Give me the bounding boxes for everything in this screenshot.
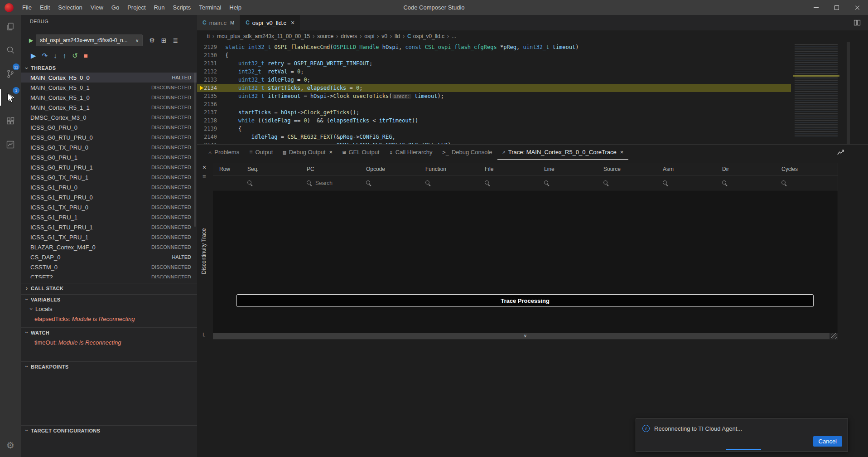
trace-column-seq[interactable]: Seq. xyxy=(241,166,300,172)
trace-filter-opcode[interactable] xyxy=(360,180,419,186)
thread-row-icss-g0-pru-1[interactable]: ICSS_G0_PRU_1DISCONNECTED xyxy=(21,152,197,162)
continue-button[interactable]: ▶ xyxy=(31,52,36,59)
watch-row-timeout[interactable]: timeOut: Module is Reconnecting xyxy=(21,337,197,347)
restart-button[interactable]: ↺ xyxy=(72,52,78,59)
close-icon[interactable]: × xyxy=(203,164,206,171)
panel-tab-trace-main-cortex-r5-0-0-coretrace[interactable]: ↗Trace: MAIN_Cortex_R5_0_0_CoreTrace× xyxy=(497,145,629,160)
trace-column-function[interactable]: Function xyxy=(419,166,478,172)
chart-icon[interactable] xyxy=(837,149,844,158)
trace-column-opcode[interactable]: Opcode xyxy=(360,166,419,172)
menu-file[interactable]: File xyxy=(18,0,36,15)
trace-filter-dir[interactable] xyxy=(716,180,775,186)
explorer-icon[interactable] xyxy=(0,15,21,39)
analysis-chart-icon[interactable] xyxy=(0,133,21,156)
variable-row-elapsedticks[interactable]: elapsedTicks: Module is Reconnecting xyxy=(21,314,197,324)
trace-search-input[interactable]: Search xyxy=(315,180,333,186)
search-icon[interactable] xyxy=(544,180,550,186)
step-out-button[interactable]: ↑ xyxy=(63,52,67,59)
target-configurations-section-header[interactable]: › TARGET CONFIGURATIONS xyxy=(21,425,197,435)
thread-row-icss-g1-rtu-pru-0[interactable]: ICSS_G1_RTU_PRU_0DISCONNECTED xyxy=(21,192,197,202)
breadcrumb-item-v0[interactable]: v0 xyxy=(381,33,388,39)
search-icon[interactable] xyxy=(0,39,21,62)
thread-row-blazar-cortex-m4f-0[interactable]: BLAZAR_Cortex_M4F_0DISCONNECTED xyxy=(21,242,197,252)
trace-column-asm[interactable]: Asm xyxy=(656,166,716,172)
trace-horizontal-scrollbar[interactable]: ∨ xyxy=(213,333,838,340)
stop-button[interactable]: ■ xyxy=(84,52,88,59)
search-icon[interactable] xyxy=(247,180,253,186)
cancel-button[interactable]: Cancel xyxy=(813,436,842,447)
menu-terminal[interactable]: Terminal xyxy=(195,0,225,15)
trace-filter-cycles[interactable] xyxy=(775,180,834,186)
menu-scripts[interactable]: Scripts xyxy=(169,0,195,15)
extensions-icon[interactable] xyxy=(0,109,21,133)
trace-column-file[interactable]: File xyxy=(478,166,538,172)
minimize-button[interactable] xyxy=(805,0,826,15)
trace-filter-file[interactable] xyxy=(478,180,538,186)
thread-row-icss-g1-tx-pru-1[interactable]: ICSS_G1_TX_PRU_1DISCONNECTED xyxy=(21,232,197,242)
thread-row-main-cortex-r5-1-0[interactable]: MAIN_Cortex_R5_1_0DISCONNECTED xyxy=(21,92,197,102)
panel-tab-gel-output[interactable]: ⊞GEL Output xyxy=(338,145,384,160)
gear-icon[interactable]: ⚙ xyxy=(149,37,155,44)
search-icon[interactable] xyxy=(663,180,668,186)
watch-section-header[interactable]: › WATCH xyxy=(21,327,197,337)
breadcrumb-more[interactable]: ... xyxy=(451,33,457,39)
trace-column-pc[interactable]: PC xyxy=(300,166,360,172)
console-icon[interactable]: ⊞ xyxy=(161,37,167,44)
panel-tab-problems[interactable]: ⚠Problems xyxy=(203,145,244,160)
maximize-button[interactable] xyxy=(826,0,847,15)
split-editor-icon[interactable] xyxy=(854,19,861,28)
breadcrumb-item-ti[interactable]: ti xyxy=(206,33,211,39)
thread-row-main-cortex-r5-0-1[interactable]: MAIN_Cortex_R5_0_1DISCONNECTED xyxy=(21,83,197,92)
trace-filter-asm[interactable] xyxy=(656,180,716,186)
panel-tab-output[interactable]: ≣Output xyxy=(244,145,278,160)
editor-scrollbar[interactable] xyxy=(847,42,850,144)
thread-row-icss-g0-rtu-pru-0[interactable]: ICSS_G0_RTU_PRU_0DISCONNECTED xyxy=(21,132,197,142)
trace-filter-source[interactable] xyxy=(597,180,656,186)
thread-row-ctset2[interactable]: CTSET2DISCONNECTED xyxy=(21,272,197,278)
thread-row-icss-g0-rtu-pru-1[interactable]: ICSS_G0_RTU_PRU_1DISCONNECTED xyxy=(21,162,197,172)
search-icon[interactable] xyxy=(307,180,312,186)
thread-row-dmsc-cortex-m3-0[interactable]: DMSC_Cortex_M3_0DISCONNECTED xyxy=(21,112,197,122)
threads-section-header[interactable]: › THREADS xyxy=(21,63,197,73)
menu-icon[interactable]: ≡ xyxy=(203,173,206,180)
breadcrumb-item-mcu-plus-sdk-am243x-11-00-00-15[interactable]: mcu_plus_sdk_am243x_11_00_00_15 xyxy=(216,33,311,39)
editor-tab-ospi-v0-lld-c[interactable]: Cospi_v0_lld.c× xyxy=(240,15,300,30)
breakpoints-section-header[interactable]: › BREAKPOINTS xyxy=(21,361,197,371)
menu-selection[interactable]: Selection xyxy=(54,0,86,15)
close-icon[interactable]: × xyxy=(329,149,333,156)
trace-column-cycles[interactable]: Cycles xyxy=(775,166,834,172)
search-icon[interactable] xyxy=(722,180,728,186)
step-over-button[interactable]: ↷ xyxy=(42,52,48,59)
source-control-icon[interactable]: 11 xyxy=(0,62,21,86)
breadcrumb-item-lld[interactable]: lld xyxy=(394,33,401,39)
step-into-button[interactable]: ↓ xyxy=(53,52,57,59)
target-icon[interactable]: ≣ xyxy=(173,37,178,44)
close-icon[interactable]: × xyxy=(291,19,294,26)
variables-section-header[interactable]: › VARIABLES xyxy=(21,294,197,304)
thread-row-icss-g0-tx-pru-1[interactable]: ICSS_G0_TX_PRU_1DISCONNECTED xyxy=(21,172,197,182)
close-button[interactable] xyxy=(847,0,868,15)
sidebar-scrollbar[interactable] xyxy=(194,73,196,227)
close-icon[interactable]: × xyxy=(620,149,624,156)
editor-tab-main-c[interactable]: Cmain.cM xyxy=(197,15,240,30)
trace-column-row[interactable]: Row xyxy=(213,166,241,172)
trace-column-dir[interactable]: Dir xyxy=(716,166,775,172)
menu-go[interactable]: Go xyxy=(107,0,123,15)
chevron-down-icon[interactable]: ∨ xyxy=(524,333,527,339)
menu-project[interactable]: Project xyxy=(123,0,149,15)
menu-help[interactable]: Help xyxy=(225,0,246,15)
trace-column-source[interactable]: Source xyxy=(597,166,656,172)
search-icon[interactable] xyxy=(485,180,490,186)
search-icon[interactable] xyxy=(366,180,371,186)
thread-row-icss-g0-pru-0[interactable]: ICSS_G0_PRU_0DISCONNECTED xyxy=(21,122,197,132)
minimap[interactable] xyxy=(791,42,843,144)
trace-filter-line[interactable] xyxy=(538,180,597,186)
breadcrumb-file[interactable]: Cospi_v0_lld.c xyxy=(406,33,445,39)
thread-row-icss-g1-rtu-pru-1[interactable]: ICSS_G1_RTU_PRU_1DISCONNECTED xyxy=(21,222,197,232)
scrollbar-thumb[interactable] xyxy=(213,333,829,339)
code-editor[interactable]: 2129static int32_t OSPI_flashExecCmd(OSP… xyxy=(197,42,868,144)
trace-filter-function[interactable] xyxy=(419,180,478,186)
thread-row-main-cortex-r5-0-0[interactable]: MAIN_Cortex_R5_0_0HALTED xyxy=(21,73,197,83)
panel-tab-call-hierarchy[interactable]: ↕Call Hierarchy xyxy=(385,145,438,160)
thread-row-icss-g1-tx-pru-0[interactable]: ICSS_G1_TX_PRU_0DISCONNECTED xyxy=(21,202,197,212)
